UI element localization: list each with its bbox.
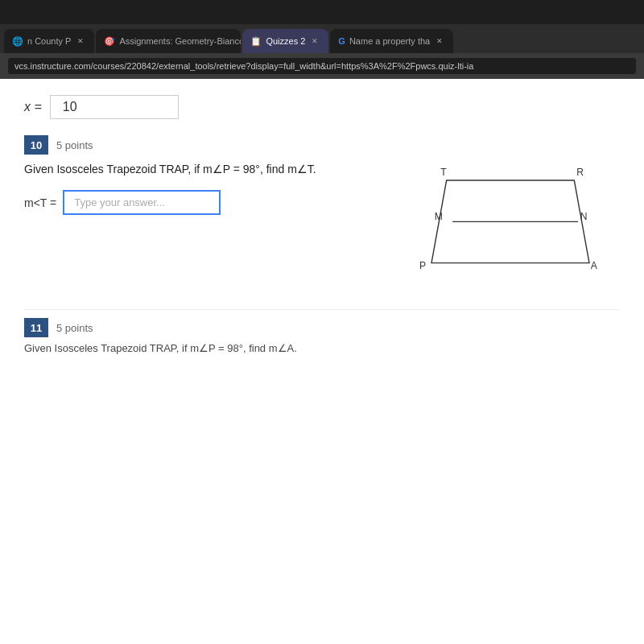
tab-label-1: n County P [27, 36, 71, 46]
tab-close-1[interactable]: ✕ [75, 35, 86, 47]
tab-icon-3: 📋 [250, 36, 262, 47]
question-11-header: 11 5 points [24, 318, 620, 337]
main-content: x = 10 10 5 points Given Isosceles Trape… [0, 79, 644, 644]
question-10-number: 10 [24, 135, 48, 155]
question-10-content: Given Isosceles Trapezoid TRAP, if m∠P =… [24, 161, 620, 293]
answer-10-row: m<T = [24, 190, 386, 215]
browser-chrome: 🌐 n County P ✕ 🎯 Assignments: Geometry-B… [0, 0, 644, 79]
question-11-points: 5 points [56, 322, 93, 334]
trapezoid-diagram: T R A P M N [386, 161, 620, 293]
label-A: A [591, 260, 598, 271]
label-T: T [440, 167, 447, 178]
tab-label-4: Name a property tha [349, 36, 430, 46]
trapezoid-svg: T R A P M N [386, 161, 612, 290]
question-10-text: Given Isosceles Trapezoid TRAP, if m∠P =… [24, 161, 386, 178]
answer-10-label: m<T = [24, 196, 56, 209]
tab-county[interactable]: 🌐 n County P ✕ [4, 29, 94, 53]
url-input[interactable] [8, 58, 636, 74]
tab-quizzes[interactable]: 📋 Quizzes 2 ✕ [242, 29, 328, 53]
tab-icon-2: 🎯 [104, 36, 115, 47]
tab-assignments[interactable]: 🎯 Assignments: Geometry-Bianco- ✕ [96, 29, 241, 53]
quiz-container: x = 10 10 5 points Given Isosceles Trape… [0, 79, 644, 644]
question-11-text: Given Isosceles Trapezoid TRAP, if m∠P =… [24, 342, 620, 354]
tab-label-2: Assignments: Geometry-Bianco- [119, 36, 241, 46]
tab-label-3: Quizzes 2 [266, 36, 305, 46]
question-10-block: 10 5 points Given Isosceles Trapezoid TR… [24, 135, 620, 293]
tab-icon-4: G [338, 36, 345, 46]
question-11-block: 11 5 points Given Isosceles Trapezoid TR… [24, 309, 620, 354]
question-10-points: 5 points [56, 139, 93, 151]
prev-answer-row: x = 10 [24, 95, 620, 119]
label-M: M [435, 211, 443, 222]
label-P: P [419, 260, 426, 271]
label-R: R [576, 167, 584, 178]
top-bar [0, 0, 644, 24]
question-10-header: 10 5 points [24, 135, 620, 155]
prev-answer-box: 10 [50, 95, 179, 119]
label-N: N [580, 211, 588, 222]
tab-property[interactable]: G Name a property tha ✕ [330, 29, 453, 53]
x-equals-label: x = [24, 100, 42, 114]
address-bar [0, 53, 644, 79]
tab-close-4[interactable]: ✕ [434, 35, 445, 47]
tab-close-3[interactable]: ✕ [309, 35, 320, 47]
question-11-number: 11 [24, 318, 48, 337]
prev-answer-value: 10 [63, 100, 77, 114]
question-10-left: Given Isosceles Trapezoid TRAP, if m∠P =… [24, 161, 386, 215]
tab-bar: 🌐 n County P ✕ 🎯 Assignments: Geometry-B… [0, 24, 644, 53]
answer-10-input[interactable] [63, 190, 221, 215]
tab-icon-1: 🌐 [12, 36, 23, 47]
